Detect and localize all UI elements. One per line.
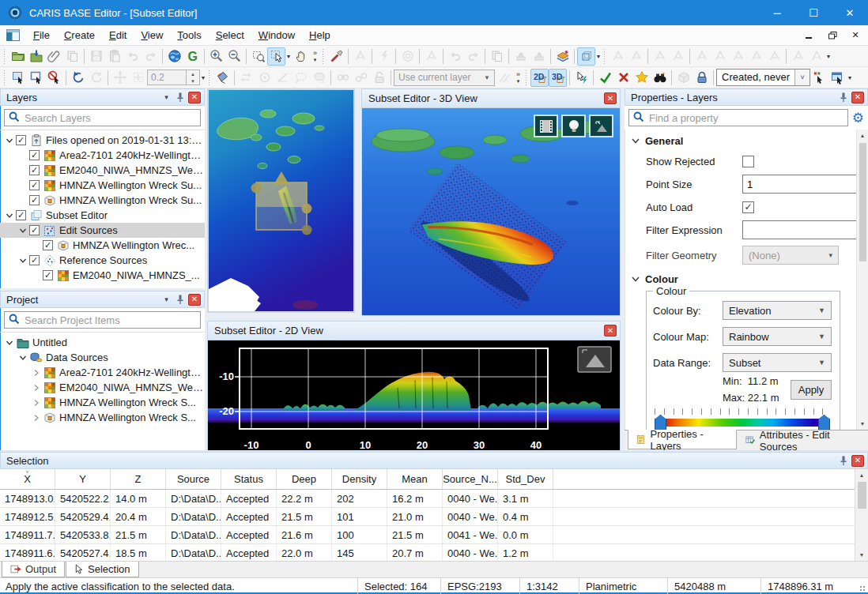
auto-load-checkbox[interactable]: ✓: [742, 201, 754, 213]
layers-close-icon[interactable]: ✕: [188, 92, 201, 103]
lighting-bulb-icon[interactable]: [561, 115, 586, 137]
column-header-deep[interactable]: Deep: [277, 469, 332, 489]
table-row[interactable]: 1748911.6...5420527.4...18.5 mD:\Data\D.…: [0, 544, 855, 561]
paperclip-icon[interactable]: [45, 47, 63, 66]
view2d-close-icon[interactable]: ✕: [604, 325, 617, 336]
sel-panel-icon[interactable]: [828, 69, 847, 87]
tree-expander-icon[interactable]: [3, 336, 16, 349]
tree-item[interactable]: EM2040_NIWA_HMNZS_Welli...: [0, 380, 205, 395]
star-icon[interactable]: [632, 69, 651, 87]
cursor-select-icon[interactable]: [267, 47, 285, 66]
cursor-flash-icon[interactable]: [572, 69, 591, 87]
tree-item[interactable]: Untitled: [0, 335, 205, 350]
filter-expression-input[interactable]: [742, 220, 868, 239]
folder-import-icon[interactable]: [27, 47, 45, 66]
dropdown-arrow-icon[interactable]: ▾: [847, 74, 853, 81]
gearth-icon[interactable]: G: [183, 47, 202, 66]
visibility-checkbox[interactable]: ✓: [29, 255, 40, 265]
pick-red-icon[interactable]: [327, 47, 345, 66]
folder-open-icon[interactable]: [9, 47, 27, 66]
toolbar-grip[interactable]: [207, 70, 211, 86]
selrect1-icon[interactable]: [9, 69, 27, 87]
visibility-checkbox[interactable]: ✓: [43, 270, 53, 280]
tree-item[interactable]: ✓Subset Editor: [0, 208, 205, 223]
maximize-button[interactable]: ☐: [795, 0, 832, 25]
tree-item[interactable]: ✓Reference Sources: [0, 253, 205, 268]
check-icon[interactable]: [596, 69, 614, 87]
zoom-box-icon[interactable]: [249, 47, 267, 66]
mdi-restore-icon[interactable]: [822, 28, 843, 43]
tab-attributes-edit-sources[interactable]: Attributes - Edit Sources: [737, 430, 868, 450]
resize-grip[interactable]: [857, 578, 868, 594]
btn2d-icon[interactable]: 2D: [530, 69, 549, 87]
xmark-icon[interactable]: [614, 69, 632, 87]
tree-item[interactable]: ✓HMNZA Wellington Wreck Su...: [0, 178, 205, 193]
globe-icon[interactable]: [165, 47, 183, 66]
column-header-density[interactable]: Density: [332, 469, 387, 489]
visibility-checkbox[interactable]: ✓: [29, 150, 40, 160]
tree-expander-icon[interactable]: [17, 352, 29, 364]
menu-file[interactable]: File: [26, 26, 57, 44]
toolbar-grip[interactable]: [524, 70, 528, 86]
lock-blue-icon[interactable]: [693, 69, 711, 87]
column-header-y[interactable]: Y: [55, 469, 111, 489]
visibility-checkbox[interactable]: ✓: [29, 195, 40, 205]
slider-handle-max[interactable]: [818, 415, 830, 430]
menu-window[interactable]: Window: [251, 26, 302, 44]
visibility-checkbox[interactable]: ✓: [43, 240, 53, 250]
selection-pin-icon[interactable]: [836, 454, 850, 467]
map-2d-view[interactable]: [207, 88, 355, 313]
tree-item[interactable]: HMNZA Wellington Wreck S...: [0, 410, 205, 425]
tree-item[interactable]: ✓Area2-7101 240kHz-Wellingto...: [0, 148, 205, 163]
document-icon[interactable]: [6, 29, 20, 41]
view3d-close-icon[interactable]: ✕: [604, 92, 617, 104]
toolbar-overflow-icon[interactable]: »▾: [310, 50, 320, 62]
properties-close-icon[interactable]: ✕: [851, 92, 864, 103]
view-splitter[interactable]: [355, 88, 361, 316]
toolbar-grip[interactable]: [2, 48, 6, 65]
layers-search-input[interactable]: [25, 112, 196, 124]
column-header-x[interactable]: ˅X: [0, 469, 55, 489]
properties-pin-icon[interactable]: [836, 91, 850, 103]
layers-pin-icon[interactable]: [173, 91, 187, 103]
dropdown-arrow-icon[interactable]: ▾: [595, 53, 602, 60]
table-row[interactable]: 1748913.0...5420522.2...14.0 mD:\Data\D.…: [0, 490, 855, 508]
vertical-exaggeration-icon[interactable]: [589, 115, 613, 137]
visibility-checkbox[interactable]: ✓: [29, 180, 40, 190]
dropdown-arrow-icon[interactable]: ▾: [200, 74, 206, 81]
tree-expander-icon[interactable]: [3, 134, 16, 147]
project-pin-icon[interactable]: [173, 293, 187, 306]
kite-icon[interactable]: [213, 69, 232, 87]
dropdown-arrow-icon[interactable]: ▾: [825, 53, 832, 60]
column-header-mean[interactable]: Mean: [387, 469, 443, 489]
sel-next-icon[interactable]: [810, 69, 828, 87]
tree-expander-icon[interactable]: [30, 412, 43, 424]
tab-selection[interactable]: Selection: [66, 562, 138, 577]
column-header-status[interactable]: Status: [221, 469, 277, 489]
tree-item[interactable]: ✓EM2040_NIWA_HMNZS_...: [0, 268, 205, 283]
layers-menu-icon[interactable]: ▾: [160, 91, 173, 103]
property-search-input[interactable]: [649, 112, 843, 124]
tree-item[interactable]: Area2-7101 240kHz-Wellingto...: [0, 365, 205, 380]
cube-frame-icon[interactable]: [577, 47, 595, 66]
tree-item[interactable]: HMNZA Wellington Wreck S...: [0, 395, 205, 410]
selrect2-icon[interactable]: [27, 69, 45, 87]
deselect-icon[interactable]: [45, 69, 63, 87]
toolbar-grip[interactable]: [321, 48, 325, 65]
visibility-checkbox[interactable]: ✓: [16, 210, 26, 220]
point-size-input[interactable]: [742, 175, 868, 194]
selection-close-icon[interactable]: ✕: [851, 455, 864, 467]
visibility-checkbox[interactable]: ✓: [29, 225, 40, 235]
project-menu-icon[interactable]: ▾: [160, 293, 173, 306]
record-film-icon[interactable]: [534, 115, 558, 137]
tree-expander-icon[interactable]: [3, 209, 16, 222]
tab-properties-layers[interactable]: Properties - Layers: [628, 430, 737, 449]
dropdown-arrow-icon[interactable]: ▾: [285, 53, 292, 60]
apply-button[interactable]: Apply: [791, 380, 832, 400]
mdi-minimize-icon[interactable]: [799, 28, 820, 43]
column-header-std-dev[interactable]: Std_Dev: [498, 469, 553, 489]
project-close-icon[interactable]: ✕: [188, 294, 201, 306]
menu-help[interactable]: Help: [302, 26, 338, 44]
menu-create[interactable]: Create: [57, 26, 102, 44]
general-section-header[interactable]: General: [625, 130, 856, 151]
